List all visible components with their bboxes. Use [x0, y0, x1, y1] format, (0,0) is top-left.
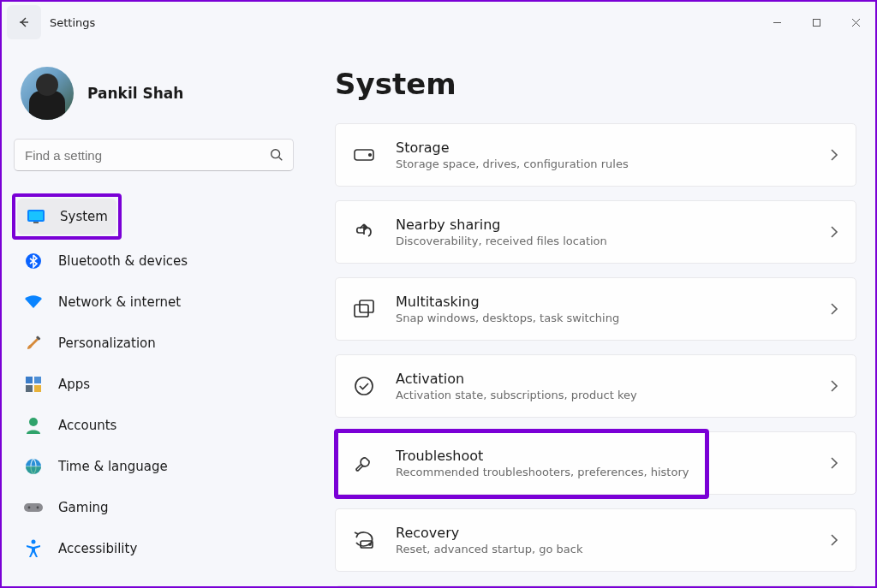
globe-icon: [24, 457, 43, 476]
close-button[interactable]: [836, 9, 875, 36]
card-title: Nearby sharing: [396, 217, 830, 233]
highlight-system: System: [12, 193, 122, 240]
card-troubleshoot[interactable]: Troubleshoot Recommended troubleshooters…: [335, 431, 856, 495]
svg-point-18: [369, 154, 372, 157]
profile-block[interactable]: Pankil Shah: [21, 67, 294, 120]
card-desc: Discoverability, received files location: [396, 235, 830, 247]
search-box[interactable]: [14, 139, 294, 171]
brush-icon: [24, 334, 43, 353]
window-controls: [757, 9, 875, 36]
card-desc: Recommended troubleshooters, preferences…: [396, 466, 830, 478]
share-icon: [351, 219, 377, 245]
svg-rect-3: [29, 211, 43, 220]
svg-rect-8: [34, 377, 41, 383]
svg-rect-4: [33, 222, 39, 223]
svg-point-16: [32, 540, 36, 544]
sidebar-item-network[interactable]: Network & internet: [14, 284, 294, 320]
card-nearby-sharing[interactable]: Nearby sharing Discoverability, received…: [335, 200, 856, 264]
card-title: Troubleshoot: [396, 448, 830, 464]
chevron-right-icon: [830, 533, 838, 547]
card-title: Activation: [396, 371, 830, 387]
card-title: Recovery: [396, 525, 830, 541]
sidebar-item-accessibility[interactable]: Accessibility: [14, 531, 294, 567]
card-title: Storage: [396, 140, 830, 156]
sidebar-nav: System Bluetooth & devices Network & int…: [14, 195, 294, 572]
sidebar-item-label: Personalization: [58, 336, 156, 351]
chevron-right-icon: [830, 379, 838, 393]
card-recovery[interactable]: Recovery Reset, advanced startup, go bac…: [335, 508, 856, 572]
sidebar-item-label: Bluetooth & devices: [58, 253, 188, 269]
maximize-icon: [812, 18, 821, 27]
close-icon: [851, 18, 861, 27]
chevron-right-icon: [830, 302, 838, 316]
sidebar-item-label: System: [60, 209, 108, 224]
sidebar-item-personalization[interactable]: Personalization: [14, 325, 294, 361]
card-storage[interactable]: Storage Storage space, drives, configura…: [335, 123, 856, 187]
sidebar-item-gaming[interactable]: Gaming: [14, 490, 294, 526]
sidebar-item-time-language[interactable]: Time & language: [14, 448, 294, 484]
svg-rect-10: [34, 385, 41, 392]
gaming-icon: [24, 498, 43, 517]
window-title: Settings: [50, 16, 95, 29]
chevron-right-icon: [830, 225, 838, 239]
multitasking-icon: [351, 296, 377, 322]
card-projecting[interactable]: Projecting to this PC: [335, 585, 856, 586]
titlebar: Settings: [2, 2, 875, 43]
profile-name: Pankil Shah: [87, 85, 183, 102]
svg-rect-20: [360, 300, 373, 312]
svg-point-21: [355, 377, 373, 395]
wifi-icon: [24, 293, 43, 312]
recovery-icon: [351, 527, 377, 553]
sidebar-item-apps[interactable]: Apps: [14, 366, 294, 402]
chevron-right-icon: [830, 148, 838, 162]
sidebar-item-label: Apps: [58, 377, 90, 392]
back-arrow-icon: [17, 15, 31, 29]
card-title: Multitasking: [396, 294, 830, 310]
card-desc: Snap windows, desktops, task switching: [396, 312, 830, 324]
minimize-button[interactable]: [757, 9, 796, 36]
card-activation[interactable]: Activation Activation state, subscriptio…: [335, 354, 856, 418]
main-panel: System Storage Storage space, drives, co…: [306, 43, 875, 586]
avatar: [21, 67, 74, 120]
svg-point-14: [28, 507, 31, 509]
sidebar-item-label: Network & internet: [58, 294, 181, 310]
apps-icon: [24, 375, 43, 394]
search-icon: [269, 147, 284, 163]
back-button[interactable]: [7, 5, 41, 39]
svg-rect-0: [813, 19, 820, 26]
storage-icon: [351, 142, 377, 168]
bluetooth-icon: [24, 252, 43, 270]
sidebar: Pankil Shah System Bluetoo: [2, 43, 306, 586]
svg-rect-13: [24, 503, 43, 512]
page-title: System: [335, 67, 856, 101]
sidebar-item-label: Gaming: [58, 500, 109, 515]
card-multitasking[interactable]: Multitasking Snap windows, desktops, tas…: [335, 277, 856, 341]
minimize-icon: [773, 18, 782, 27]
svg-point-1: [271, 150, 280, 158]
svg-point-23: [369, 543, 371, 545]
card-desc: Storage space, drives, configuration rul…: [396, 157, 830, 170]
svg-point-11: [29, 418, 38, 426]
search-input[interactable]: [25, 148, 269, 163]
sidebar-item-bluetooth[interactable]: Bluetooth & devices: [14, 243, 294, 279]
card-desc: Reset, advanced startup, go back: [396, 543, 830, 555]
svg-rect-19: [355, 305, 368, 317]
svg-rect-9: [26, 385, 33, 392]
maximize-button[interactable]: [796, 9, 836, 36]
sidebar-item-label: Time & language: [58, 459, 168, 474]
settings-cards: Storage Storage space, drives, configura…: [335, 123, 856, 586]
wrench-icon: [351, 450, 377, 476]
svg-rect-7: [26, 377, 33, 383]
chevron-right-icon: [830, 456, 838, 470]
svg-point-15: [37, 507, 39, 509]
sidebar-item-label: Accessibility: [58, 541, 137, 556]
checkmark-circle-icon: [351, 373, 377, 399]
sidebar-item-system[interactable]: System: [17, 199, 116, 235]
sidebar-item-label: Accounts: [58, 418, 116, 433]
sidebar-item-accounts[interactable]: Accounts: [14, 407, 294, 443]
accessibility-icon: [24, 539, 43, 558]
person-icon: [24, 416, 43, 435]
system-icon: [27, 207, 45, 226]
card-desc: Activation state, subscriptions, product…: [396, 389, 830, 401]
